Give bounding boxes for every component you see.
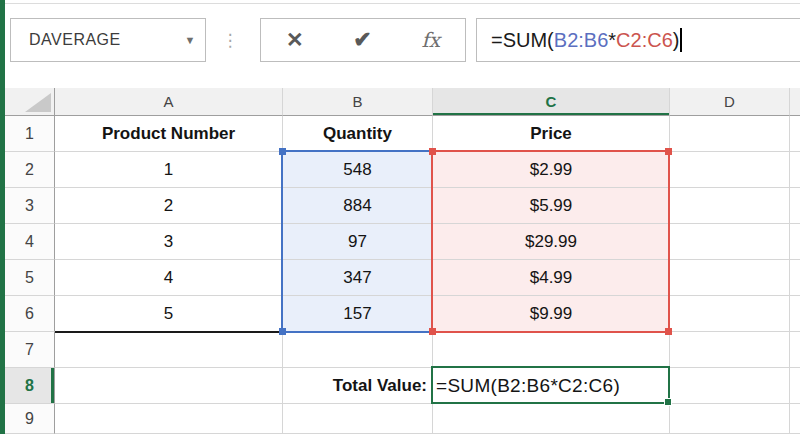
cell-b7[interactable]	[283, 332, 433, 368]
row-header-1[interactable]: 1	[5, 116, 55, 152]
cell-c9[interactable]	[433, 404, 670, 434]
formula-segment: =SUM(	[491, 29, 554, 52]
cell-b4[interactable]: 97	[283, 224, 433, 260]
cell-a8[interactable]	[55, 368, 283, 404]
formula-segment: )	[673, 29, 680, 52]
column-header-b[interactable]: B	[283, 88, 433, 116]
cell-c4[interactable]: $29.99	[433, 224, 670, 260]
cell-d5[interactable]	[670, 260, 790, 296]
row-header-9[interactable]: 9	[5, 404, 55, 434]
column-header-d[interactable]: D	[670, 88, 790, 116]
cell-b1[interactable]: Quantity	[283, 116, 433, 152]
row-header-8[interactable]: 8	[5, 368, 55, 404]
cell-c5[interactable]: $4.99	[433, 260, 670, 296]
cell-a5[interactable]: 4	[55, 260, 283, 296]
row-7: 7	[5, 332, 800, 368]
row-header-4[interactable]: 4	[5, 224, 55, 260]
row-header-3[interactable]: 3	[5, 188, 55, 224]
cell-c2[interactable]: $2.99	[433, 152, 670, 188]
row-1: 1 Product Number Quantity Price	[5, 116, 800, 152]
cell-c7[interactable]	[433, 332, 670, 368]
insert-function-icon[interactable]: fx	[421, 28, 440, 52]
formula-segment-ref-red: C2:C6	[616, 29, 673, 52]
text-cursor	[680, 28, 682, 52]
formula-segment-ref-blue: B2:B6	[554, 29, 608, 52]
select-all-triangle-icon	[25, 93, 51, 112]
spreadsheet-grid: A B C D 1 Product Number Quantity Price …	[5, 88, 800, 434]
row-header-5[interactable]: 5	[5, 260, 55, 296]
row-header-2[interactable]: 2	[5, 152, 55, 188]
enter-icon[interactable]: ✔	[353, 27, 371, 53]
cell-d4[interactable]	[670, 224, 790, 260]
column-header-c[interactable]: C	[433, 88, 670, 116]
name-box-value[interactable]: DAVERAGE	[11, 31, 175, 49]
row-3: 3 2 884 $5.99	[5, 188, 800, 224]
row-8: 8 Total Value: =SUM(B2:B6*C2:C6)	[5, 368, 800, 404]
row-5: 5 4 347 $4.99	[5, 260, 800, 296]
cell-d7[interactable]	[670, 332, 790, 368]
formula-segment: *	[608, 29, 616, 52]
name-box[interactable]: DAVERAGE ▼	[10, 18, 206, 62]
cell-b3[interactable]: 884	[283, 188, 433, 224]
row-header-7[interactable]: 7	[5, 332, 55, 368]
row-header-6[interactable]: 6	[5, 296, 55, 332]
name-box-dropdown-icon[interactable]: ▼	[175, 34, 205, 46]
cell-a9[interactable]	[55, 404, 283, 434]
cell-d8[interactable]	[670, 368, 790, 404]
row-9: 9	[5, 404, 800, 434]
cell-a7[interactable]	[55, 332, 283, 368]
cell-b9[interactable]	[283, 404, 433, 434]
cell-b5[interactable]: 347	[283, 260, 433, 296]
cell-c6[interactable]: $9.99	[433, 296, 670, 332]
cell-d9[interactable]	[670, 404, 790, 434]
window-top-border	[5, 3, 800, 4]
formula-bar-resize-handle[interactable]: ⋮	[222, 18, 238, 62]
select-all-button[interactable]	[5, 88, 55, 116]
column-header-a[interactable]: A	[55, 88, 283, 116]
cell-d1[interactable]	[670, 116, 790, 152]
cell-a4[interactable]: 3	[55, 224, 283, 260]
cell-a6[interactable]: 5	[55, 296, 283, 332]
row-2: 2 1 548 $2.99	[5, 152, 800, 188]
formula-bar-buttons: ✕ ✔ fx	[260, 18, 466, 62]
cell-d6[interactable]	[670, 296, 790, 332]
cell-a3[interactable]: 2	[55, 188, 283, 224]
cell-b2[interactable]: 548	[283, 152, 433, 188]
formula-input[interactable]: =SUM( B2:B6 * C2:C6 )	[476, 18, 800, 62]
column-header-row: A B C D	[5, 88, 800, 116]
cell-c1[interactable]: Price	[433, 116, 670, 152]
cell-b6[interactable]: 157	[283, 296, 433, 332]
cell-b8[interactable]: Total Value:	[283, 368, 433, 404]
row-6: 6 5 157 $9.99	[5, 296, 800, 332]
column-header-sliver	[790, 88, 800, 116]
cell-c3[interactable]: $5.99	[433, 188, 670, 224]
cell-a2[interactable]: 1	[55, 152, 283, 188]
cell-d2[interactable]	[670, 152, 790, 188]
cell-c8-active-formula[interactable]: =SUM(B2:B6*C2:C6)	[433, 368, 670, 404]
cell-d3[interactable]	[670, 188, 790, 224]
cell-a1[interactable]: Product Number	[55, 116, 283, 152]
cancel-icon[interactable]: ✕	[286, 28, 304, 52]
row-4: 4 3 97 $29.99	[5, 224, 800, 260]
